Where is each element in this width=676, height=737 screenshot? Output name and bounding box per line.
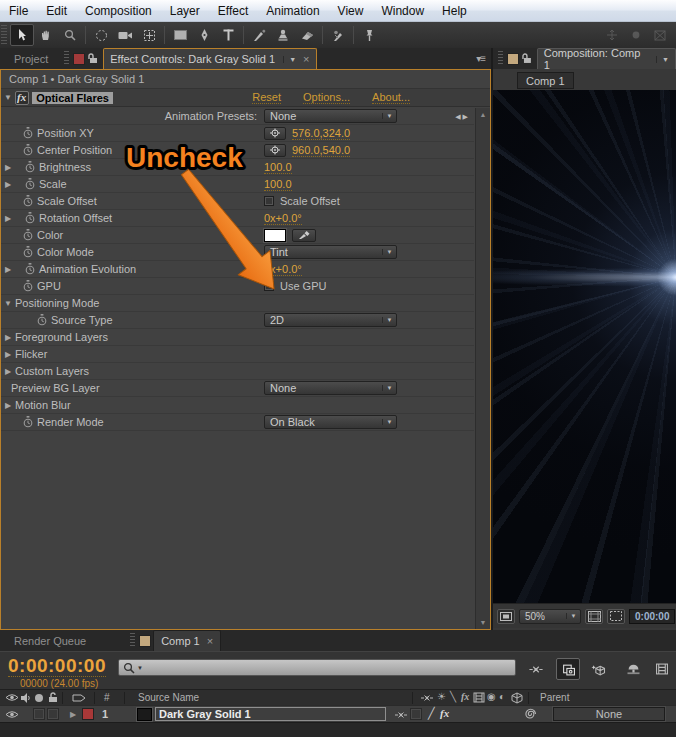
- expand-arrow-icon[interactable]: ▶: [1, 163, 15, 172]
- collapse-arrow-icon[interactable]: ▼: [1, 93, 15, 102]
- vertical-scrollbar[interactable]: ▲ ▼: [475, 108, 490, 629]
- parent-dropdown[interactable]: None: [553, 707, 665, 721]
- panel-menu-icon[interactable]: ▾≡: [476, 53, 491, 64]
- close-icon[interactable]: ×: [207, 635, 213, 647]
- collapse-switch[interactable]: [410, 708, 422, 720]
- label-color-chip[interactable]: [507, 53, 519, 65]
- preview-bg-layer-dropdown[interactable]: None ▼: [264, 381, 397, 395]
- draft-3d-icon[interactable]: [586, 658, 610, 680]
- clone-stamp-tool-icon[interactable]: [271, 24, 295, 46]
- brush-tool-icon[interactable]: [247, 24, 271, 46]
- zoom-level-dropdown[interactable]: 50% ▼: [519, 609, 581, 624]
- stopwatch-icon[interactable]: [23, 280, 33, 292]
- label-column-icon[interactable]: [72, 693, 86, 703]
- label-color-chip[interactable]: [139, 635, 151, 647]
- viewer-timecode[interactable]: 0:00:00: [629, 609, 675, 624]
- menu-view[interactable]: View: [329, 4, 373, 18]
- shy-switch-icon[interactable]: [394, 710, 408, 720]
- menu-edit[interactable]: Edit: [37, 4, 76, 18]
- parent-pickwhip-icon[interactable]: [525, 708, 537, 720]
- expand-arrow-icon[interactable]: ▶: [70, 710, 76, 719]
- hand-tool-icon[interactable]: [34, 24, 58, 46]
- composition-viewer[interactable]: [493, 90, 676, 603]
- panel-grip[interactable]: [64, 51, 69, 66]
- eyedropper-icon[interactable]: [292, 229, 316, 242]
- expand-arrow-icon[interactable]: ▶: [1, 265, 15, 274]
- stopwatch-icon[interactable]: [23, 229, 33, 241]
- stopwatch-icon[interactable]: [23, 246, 33, 258]
- render-mode-dropdown[interactable]: On Black ▼: [264, 415, 397, 429]
- current-timecode[interactable]: 0:00:00:00: [8, 656, 106, 677]
- animation-evolution-value[interactable]: 0x+0.0°: [264, 263, 302, 276]
- source-type-dropdown[interactable]: 2D ▼: [264, 313, 397, 327]
- camera-tool-icon[interactable]: [113, 24, 137, 46]
- zoom-tool-icon[interactable]: [58, 24, 82, 46]
- motion-blur-icon[interactable]: [650, 658, 674, 680]
- expand-arrow-icon[interactable]: ▶: [1, 350, 15, 359]
- effect-name[interactable]: Optical Flares: [32, 92, 113, 104]
- frame-blend-column-icon[interactable]: [473, 692, 485, 703]
- scroll-down-icon[interactable]: ▼: [476, 619, 490, 626]
- position-xy-value[interactable]: 576.0,324.0: [292, 127, 350, 140]
- tab-project[interactable]: Project: [0, 53, 62, 65]
- safe-guides-icon[interactable]: [585, 609, 603, 624]
- lock-switch[interactable]: [47, 708, 59, 720]
- adjustment-layer-column-icon[interactable]: ◐: [499, 691, 505, 702]
- mini-flowchart-icon[interactable]: [556, 658, 580, 680]
- roto-brush-tool-icon[interactable]: [326, 24, 350, 46]
- label-color-chip[interactable]: [82, 708, 94, 720]
- crosshair-button[interactable]: [264, 144, 286, 157]
- solo-switch[interactable]: [33, 708, 45, 720]
- pen-tool-icon[interactable]: [192, 24, 216, 46]
- preset-prev-next-icons[interactable]: ◀▶: [455, 113, 470, 121]
- motion-blur-column-icon[interactable]: ◉: [487, 691, 496, 702]
- shy-switch-icon[interactable]: [420, 693, 434, 703]
- rotation-offset-value[interactable]: 0x+0.0°: [264, 212, 302, 225]
- chevron-down-icon[interactable]: ▼: [656, 56, 669, 63]
- tab-effect-controls[interactable]: Effect Controls: Dark Gray Solid 1 ▼ ×: [103, 48, 316, 69]
- stopwatch-icon[interactable]: [37, 314, 47, 326]
- stopwatch-icon[interactable]: [23, 195, 33, 207]
- reset-link[interactable]: Reset: [252, 91, 281, 104]
- expand-arrow-icon[interactable]: ▶: [1, 333, 15, 342]
- layer-name[interactable]: Dark Gray Solid 1: [155, 707, 386, 721]
- stopwatch-icon[interactable]: [25, 178, 35, 190]
- color-mode-dropdown[interactable]: Tint ▼: [264, 245, 397, 259]
- stopwatch-icon[interactable]: [23, 144, 33, 156]
- puppet-pin-tool-icon[interactable]: [357, 24, 381, 46]
- expand-arrow-icon[interactable]: ▶: [1, 180, 15, 189]
- type-tool-icon[interactable]: [216, 24, 240, 46]
- brightness-value[interactable]: 100.0: [264, 161, 292, 174]
- solo-icon[interactable]: [35, 694, 43, 702]
- close-icon[interactable]: ×: [303, 53, 309, 65]
- shape-tool-icon[interactable]: [168, 24, 192, 46]
- audio-icon[interactable]: [21, 693, 31, 703]
- color-swatch[interactable]: [264, 229, 286, 242]
- scroll-up-icon[interactable]: ▲: [476, 111, 490, 118]
- parent-column[interactable]: Parent: [540, 692, 569, 703]
- expand-arrow-icon[interactable]: ▶: [1, 401, 15, 410]
- stopwatch-icon[interactable]: [25, 263, 35, 275]
- label-color-chip[interactable]: [73, 53, 85, 65]
- menu-effect[interactable]: Effect: [209, 4, 257, 18]
- options-link[interactable]: Options...: [303, 91, 350, 104]
- collapse-arrow-icon[interactable]: ▼: [1, 299, 15, 308]
- pan-behind-tool-icon[interactable]: [137, 24, 161, 46]
- quality-switch-icon[interactable]: ☀: [437, 691, 446, 702]
- eye-icon[interactable]: [5, 710, 19, 719]
- menu-window[interactable]: Window: [372, 4, 433, 18]
- animation-presets-dropdown[interactable]: None ▼: [264, 109, 397, 123]
- tab-comp-1[interactable]: Comp 1 ×: [153, 630, 221, 651]
- toolbar-grip[interactable]: [1, 25, 7, 45]
- scale-offset-checkbox[interactable]: [264, 196, 274, 206]
- selection-tool-icon[interactable]: [10, 24, 34, 46]
- tab-render-queue[interactable]: Render Queue: [0, 635, 100, 647]
- tab-composition[interactable]: Composition: Comp 1 ▼: [537, 48, 676, 69]
- scale-value[interactable]: 100.0: [264, 178, 292, 191]
- use-gpu-checkbox[interactable]: [264, 281, 274, 291]
- eraser-tool-icon[interactable]: [295, 24, 319, 46]
- marquee-icon[interactable]: [607, 609, 625, 624]
- panel-grip[interactable]: [130, 633, 135, 648]
- 3d-layer-column-icon[interactable]: [511, 692, 523, 704]
- crosshair-button[interactable]: [264, 127, 286, 140]
